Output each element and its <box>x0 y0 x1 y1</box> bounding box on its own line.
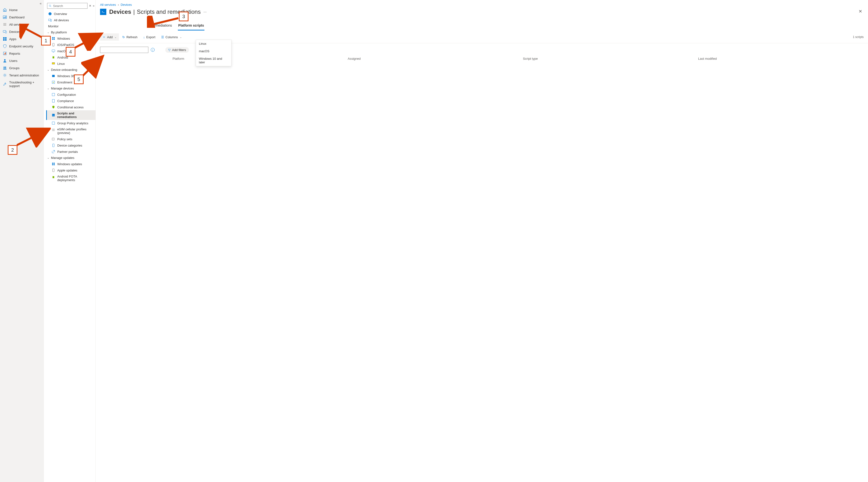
add-button[interactable]: ＋ Add ⌄ <box>100 33 119 40</box>
rnav-windows-updates[interactable]: Windows updates <box>46 161 95 167</box>
rnav-monitor[interactable]: Monitor <box>46 23 95 29</box>
apps-icon <box>3 37 7 41</box>
rnav-android-fota-label: Android FOTA deployments <box>57 175 91 182</box>
shield-small-icon <box>52 105 55 109</box>
rnav-scripts-remediations[interactable]: Scripts and remediations <box>46 110 95 120</box>
nav-troubleshooting-label: Troubleshooting + support <box>9 81 40 88</box>
close-icon[interactable]: ✕ <box>859 9 862 14</box>
nav-all-services[interactable]: All services <box>0 21 43 28</box>
nav-endpoint-security[interactable]: Endpoint security <box>0 42 43 50</box>
tab-platform-scripts[interactable]: Platform scripts <box>178 22 205 30</box>
svg-rect-20 <box>52 37 53 38</box>
chevron-down-icon: ⌄ <box>46 156 50 160</box>
rnav-windows[interactable]: Windows <box>46 35 95 41</box>
android-icon <box>52 55 55 59</box>
export-button[interactable]: ↓ Export <box>141 34 158 40</box>
rnav-group-onboarding[interactable]: ⌄ Device onboarding <box>46 67 95 73</box>
refresh-button[interactable]: ↻ Refresh <box>120 34 140 40</box>
rnav-group-manage-devices[interactable]: ⌄ Manage devices <box>46 85 95 91</box>
rnav-device-categories[interactable]: Device categories <box>46 142 95 148</box>
rnav-android-fota[interactable]: Android FOTA deployments <box>46 173 95 183</box>
nav-devices[interactable]: Devices <box>0 28 43 35</box>
tab-remediations[interactable]: Remediations <box>151 22 173 30</box>
config-icon <box>52 93 55 96</box>
nav-apps[interactable]: Apps <box>0 35 43 42</box>
svg-rect-43 <box>53 169 54 172</box>
nav-apps-label: Apps <box>9 37 17 41</box>
rnav-enrollment[interactable]: Enrollment <box>46 79 95 85</box>
rnav-policy-sets-label: Policy sets <box>57 137 72 141</box>
rnav-apple-updates-label: Apple updates <box>57 169 77 172</box>
resource-nav-collapse-icon[interactable]: « <box>93 4 94 7</box>
nav-reports[interactable]: Reports <box>0 50 43 57</box>
rnav-group-manage-updates[interactable]: ⌄ Manage updates <box>46 155 95 161</box>
windows-icon <box>52 36 55 40</box>
filter-search[interactable] <box>100 47 148 53</box>
rnav-conditional-access-label: Conditional access <box>57 106 84 109</box>
callout-1: 1 <box>41 36 51 46</box>
col-last-modified[interactable]: Last modified <box>698 57 864 60</box>
nav-home[interactable]: Home <box>0 6 43 13</box>
nav-tenant-admin[interactable]: Tenant administration <box>0 72 43 79</box>
resource-search-input[interactable] <box>53 4 86 8</box>
svg-rect-21 <box>54 37 55 38</box>
nav-groups[interactable]: Groups <box>0 64 43 72</box>
chevron-down-icon: ⌄ <box>46 31 50 34</box>
esim-icon <box>52 128 55 132</box>
add-option-linux[interactable]: Linux <box>196 40 231 48</box>
nav-troubleshooting[interactable]: Troubleshooting + support <box>0 79 43 89</box>
rnav-apple-updates[interactable]: Apple updates <box>46 167 95 173</box>
groups-icon <box>3 66 7 70</box>
col-script-type[interactable]: Script type <box>523 57 688 60</box>
svg-rect-2 <box>5 17 5 18</box>
rnav-conditional-access[interactable]: Conditional access <box>46 104 95 110</box>
svg-rect-33 <box>52 93 55 96</box>
search-clear-icon[interactable]: ✕ <box>89 4 91 7</box>
collapse-global-nav-icon[interactable]: « <box>40 1 41 5</box>
rnav-partner-portals[interactable]: Partner portals <box>46 148 95 155</box>
rnav-win365-label: Windows 365 <box>57 74 76 78</box>
rnav-configuration[interactable]: Configuration <box>46 91 95 98</box>
rnav-linux[interactable]: Linux <box>46 60 95 67</box>
svg-rect-41 <box>52 164 53 165</box>
columns-icon: ☰ <box>161 35 164 39</box>
svg-rect-27 <box>53 57 54 59</box>
rnav-group-by-platform[interactable]: ⌄ By platform <box>46 29 95 35</box>
breadcrumb-current[interactable]: Devices <box>121 3 132 6</box>
reports-icon <box>3 52 7 55</box>
resource-search[interactable] <box>47 3 88 9</box>
nav-home-label: Home <box>9 8 18 12</box>
rnav-all-devices[interactable]: All devices <box>46 17 95 23</box>
svg-rect-34 <box>53 100 55 102</box>
macos-icon <box>52 49 55 53</box>
rnav-win365[interactable]: Windows 365 <box>46 73 95 79</box>
rnav-gp-analytics[interactable]: Group Policy analytics <box>46 120 95 126</box>
nav-users[interactable]: Users <box>0 57 43 64</box>
svg-rect-42 <box>54 164 55 165</box>
svg-point-15 <box>49 5 51 6</box>
add-option-windows[interactable]: Windows 10 and later <box>196 55 231 66</box>
col-assigned[interactable]: Assigned <box>348 57 513 60</box>
windows365-icon <box>52 74 55 78</box>
chevron-down-icon: ⌄ <box>46 87 50 90</box>
callout-5: 5 <box>74 75 84 84</box>
breadcrumb: All services › Devices <box>96 0 868 7</box>
rnav-compliance[interactable]: Compliance <box>46 98 95 104</box>
rnav-esim[interactable]: eSIM cellular profiles (preview) <box>46 126 95 136</box>
svg-rect-30 <box>52 63 55 64</box>
columns-button[interactable]: ☰ Columns ⌄ <box>159 34 184 40</box>
rnav-all-devices-label: All devices <box>54 18 69 22</box>
add-option-macos[interactable]: macOS <box>196 48 231 55</box>
info-icon[interactable]: i <box>151 48 155 52</box>
svg-text:i: i <box>50 12 51 15</box>
svg-point-12 <box>4 67 5 68</box>
svg-point-14 <box>4 75 5 76</box>
svg-rect-38 <box>53 144 54 147</box>
nav-dashboard[interactable]: Dashboard <box>0 13 43 21</box>
more-icon[interactable]: ⋯ <box>204 10 207 14</box>
breadcrumb-root[interactable]: All services <box>100 3 116 6</box>
svg-rect-22 <box>52 39 53 40</box>
add-filters-button[interactable]: ▽ Add filters <box>165 47 189 53</box>
rnav-policy-sets[interactable]: Policy sets <box>46 136 95 142</box>
rnav-overview[interactable]: i Overview <box>46 11 95 17</box>
